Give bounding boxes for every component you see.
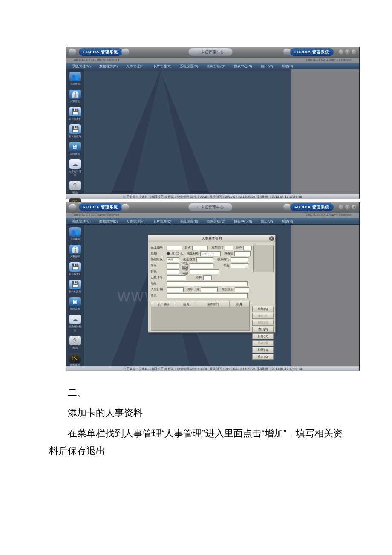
input-job[interactable] — [243, 246, 252, 250]
input-outdate[interactable] — [201, 287, 218, 292]
save-button[interactable]: 保存(S) — [252, 340, 274, 346]
people-icon: 👥 — [69, 72, 81, 81]
exit-icon: ⇱ — [69, 353, 81, 363]
query-button[interactable]: 查找(F) — [252, 327, 274, 332]
minimize-icon[interactable]: − — [339, 205, 344, 210]
copyright-row: 2009FUJICA ALL Rights Reserved 2009FUJIC… — [66, 213, 359, 218]
sidebar-item-label: 人事管理 — [68, 255, 82, 259]
menu-report[interactable]: 报表中心(R) — [230, 219, 257, 224]
brand-right: FUJICA 管理系统 — [290, 203, 334, 211]
sidebar-item-label: 新卡片延期 — [68, 135, 82, 139]
sidebar-item-report[interactable]: ☁收费统计报表 — [68, 315, 82, 332]
dialog-close-icon[interactable]: × — [269, 236, 274, 241]
modify-button[interactable]: 修改(M) — [252, 313, 274, 319]
input-position[interactable] — [203, 275, 212, 280]
center-title: 一卡通管理中心 — [188, 48, 232, 56]
input-name[interactable] — [192, 246, 208, 250]
menu-data[interactable]: 数据维护(D) — [95, 219, 122, 224]
label-outreason: 离职原因 — [219, 287, 233, 292]
sidebar-item-newcard[interactable]: 💾新卡片发行 — [68, 262, 82, 276]
input-indate[interactable] — [167, 287, 184, 292]
exit-button[interactable]: 退出(X) — [252, 354, 274, 360]
col-name[interactable]: 姓名 — [176, 301, 196, 307]
sidebar-item-hr[interactable]: 👔人事管理 — [68, 90, 82, 104]
radio-male[interactable] — [167, 252, 170, 255]
input-empno[interactable] — [167, 246, 182, 250]
close-icon[interactable]: × — [352, 49, 357, 55]
sidebar-item-checkin[interactable]: 👥上班签到 — [68, 72, 82, 86]
sidebar-item-newcard[interactable]: 💾新卡片发行 — [68, 107, 82, 121]
status-text: 公司名称：安道科技有限公司 操作员：物业管理 岗位：00001 登录时间：201… — [123, 367, 302, 371]
input-outreason[interactable] — [235, 287, 249, 292]
radio-female[interactable] — [176, 252, 179, 255]
menu-query[interactable]: 查询分析(Q) — [202, 64, 230, 69]
sidebar-item-report[interactable]: ☁收费统计报表 — [68, 159, 82, 177]
input-idcard[interactable] — [234, 251, 251, 256]
sidebar-item-extendcard[interactable]: 💾新卡片延期 — [68, 124, 82, 139]
minimize-icon[interactable]: − — [339, 49, 344, 55]
input-native[interactable] — [196, 257, 213, 262]
titlebar-cap — [121, 49, 129, 55]
sidebar-item-settings[interactable]: 🖥系统设置 — [68, 142, 82, 156]
input-gradfrom[interactable] — [190, 263, 213, 268]
menu-help[interactable]: 帮助(H) — [277, 64, 297, 69]
menu-setting[interactable]: 系统设置(S) — [176, 219, 202, 224]
menu-help[interactable]: 帮助(H) — [277, 219, 297, 224]
statusbar: 公司名称：安道科技有限公司 操作员：物业管理 岗位：00001 登录时间：201… — [66, 194, 359, 199]
maximize-icon[interactable]: □ — [345, 49, 350, 55]
sidebar-item-extendcard[interactable]: 💾新卡片延期 — [68, 280, 82, 294]
sidebar-item-exit[interactable]: ⇱退出系统 — [68, 353, 82, 367]
input-degree[interactable] — [167, 263, 179, 268]
menu-setting[interactable]: 系统设置(S) — [176, 64, 202, 69]
input-carno[interactable] — [190, 269, 219, 274]
right-panel — [291, 225, 359, 366]
input-marital[interactable]: 未婚 — [167, 257, 179, 262]
col-empno[interactable]: 员工编号 — [151, 301, 176, 307]
screenshot-dialog: FUJICA 管理系统 一卡通管理中心 FUJICA 管理系统 − □ × 20… — [66, 202, 360, 371]
menu-card[interactable]: 卡片管理(C) — [149, 64, 176, 69]
refresh-button[interactable]: 刷新(R) — [252, 347, 274, 353]
input-address[interactable] — [167, 281, 248, 286]
input-dept[interactable] — [225, 246, 233, 250]
menu-window[interactable]: 窗口(W) — [257, 219, 277, 224]
menu-system[interactable]: 系统管理(M) — [68, 64, 95, 69]
input-remark[interactable] — [167, 293, 248, 298]
photo-slot[interactable] — [253, 245, 274, 272]
sidebar-item-label: 新卡片延期 — [68, 290, 82, 294]
input-usecard[interactable] — [167, 275, 186, 280]
menu-system[interactable]: 系统管理(M) — [68, 219, 95, 224]
col-job[interactable]: 职务 — [230, 301, 249, 307]
input-speciality[interactable] — [167, 269, 179, 274]
menu-report[interactable]: 报表中心(R) — [230, 64, 257, 69]
input-birth[interactable]: 1980-01-01 — [200, 251, 221, 256]
table-body[interactable] — [151, 307, 250, 331]
menu-hr[interactable]: 人事管理(H) — [122, 219, 149, 224]
menu-hr[interactable]: 人事管理(H) — [122, 64, 149, 69]
sidebar-item-help[interactable]: ?帮助 — [68, 336, 82, 350]
input-major[interactable] — [231, 263, 248, 268]
sidebar-item-settings[interactable]: 🖥系统设置 — [68, 297, 82, 311]
label-birth: 出生日期 — [184, 251, 199, 256]
delete-button[interactable]: 删除(D) — [252, 320, 274, 326]
hr-icon: 👔 — [69, 245, 81, 254]
table-header: 员工编号 姓名 所在部门 职务 — [151, 301, 250, 307]
label-job: 职务 — [234, 246, 242, 250]
col-dept[interactable]: 所在部门 — [196, 301, 230, 307]
sort-button[interactable]: 排序(O) — [252, 333, 274, 339]
disk-icon: 💾 — [69, 107, 81, 116]
sidebar-item-hr[interactable]: 👔人事管理 — [68, 245, 82, 259]
sidebar-item-label: 上班签到 — [68, 82, 82, 86]
sidebar-item-checkin[interactable]: 👥上班签到 — [68, 227, 82, 241]
menu-window[interactable]: 窗口(W) — [257, 64, 277, 69]
menu-query[interactable]: 查询分析(Q) — [202, 219, 230, 224]
sidebar-item-label: 收费统计报表 — [68, 170, 82, 177]
sidebar-item-help[interactable]: ?帮助 — [68, 181, 82, 195]
menu-card[interactable]: 卡片管理(C) — [149, 219, 176, 224]
canvas — [84, 69, 291, 194]
input-phone[interactable] — [231, 257, 248, 262]
menu-data[interactable]: 数据维护(D) — [95, 64, 122, 69]
maximize-icon[interactable]: □ — [345, 205, 350, 210]
add-button[interactable]: 增加(A) — [252, 306, 274, 312]
close-icon[interactable]: × — [352, 205, 357, 210]
sidebar-item-label: 帮助 — [68, 346, 82, 350]
